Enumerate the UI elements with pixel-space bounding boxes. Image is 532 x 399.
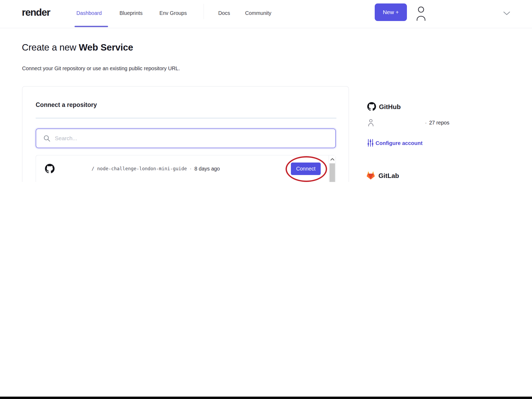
chevron-down-icon[interactable] xyxy=(503,11,510,16)
page-title-prefix: Create a new xyxy=(22,42,79,52)
new-button[interactable]: New + xyxy=(375,3,407,21)
github-icon xyxy=(367,102,376,111)
repo-path: / node-challenge-london-mini-guide xyxy=(92,166,187,171)
github-heading: GitHub xyxy=(379,103,401,111)
repo-count-value: 27 repos xyxy=(429,120,449,126)
account-person-icon xyxy=(368,119,374,127)
connect-repository-card: Connect a repository / node-challenge- xyxy=(22,86,349,182)
gitlab-icon xyxy=(366,170,376,180)
page: render Dashboard Blueprints Env Groups D… xyxy=(0,0,532,399)
repo-description: / node-challenge-london-mini-guide · 8 d… xyxy=(92,155,220,182)
gitlab-heading: GitLab xyxy=(378,172,399,180)
nav-item-docs[interactable]: Docs xyxy=(218,10,230,16)
active-tab-underline xyxy=(75,26,108,27)
repo-search-box[interactable] xyxy=(36,128,336,148)
connect-button[interactable]: Connect xyxy=(291,163,321,175)
nav-divider xyxy=(204,4,204,19)
search-input[interactable] xyxy=(55,135,331,142)
page-title-emphasis: Web Service xyxy=(79,42,133,52)
repo-list-scrollbar[interactable] xyxy=(329,155,336,182)
search-icon xyxy=(43,135,51,142)
nav-item-env-groups[interactable]: Env Groups xyxy=(159,10,187,16)
page-subtitle: Connect your Git repository or use an ex… xyxy=(22,65,180,72)
card-heading: Connect a repository xyxy=(36,101,97,109)
github-icon xyxy=(45,164,55,173)
scroll-up-icon[interactable] xyxy=(329,155,336,163)
repo-list: / node-challenge-london-mini-guide · 8 d… xyxy=(36,155,336,182)
render-logo[interactable]: render xyxy=(22,7,50,18)
repo-updated: 8 days ago xyxy=(195,166,220,172)
configure-account-link[interactable]: Configure account xyxy=(376,140,423,146)
scrollbar-thumb[interactable] xyxy=(329,163,335,182)
nav-item-dashboard[interactable]: Dashboard xyxy=(76,10,102,16)
nav-item-community[interactable]: Community xyxy=(245,10,271,16)
user-avatar-icon[interactable] xyxy=(415,6,427,22)
bottom-bar xyxy=(0,397,532,399)
repo-row[interactable]: / node-challenge-london-mini-guide · 8 d… xyxy=(36,155,336,182)
page-title: Create a new Web Service xyxy=(22,42,133,53)
repo-count: ·27 repos xyxy=(425,120,449,126)
nav-item-blueprints[interactable]: Blueprints xyxy=(119,10,143,16)
card-divider xyxy=(36,118,336,118)
repo-separator: · xyxy=(190,166,191,172)
repo-count-separator: · xyxy=(425,120,427,126)
sliders-icon[interactable] xyxy=(367,139,374,147)
top-navbar: render Dashboard Blueprints Env Groups D… xyxy=(0,0,532,28)
